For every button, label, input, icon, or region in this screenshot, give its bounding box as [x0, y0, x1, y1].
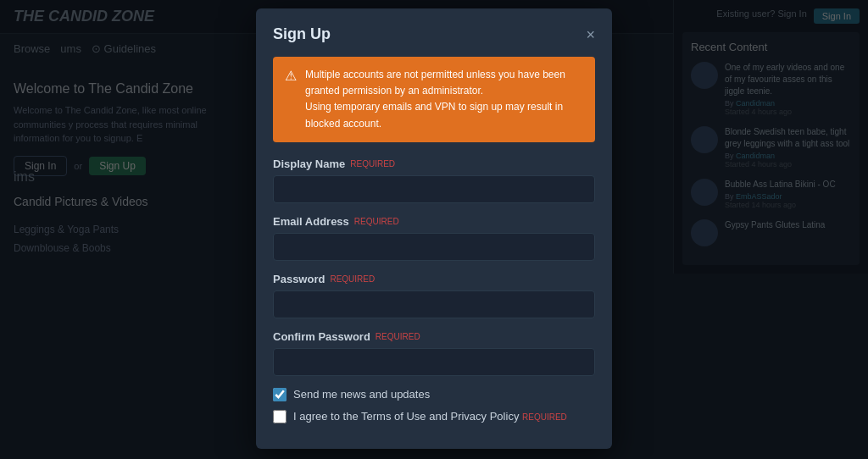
password-input[interactable] [273, 290, 595, 318]
terms-row: I agree to the Terms of Use and Privacy … [273, 410, 595, 423]
terms-required: REQUIRED [522, 412, 567, 422]
display-name-required: REQUIRED [350, 159, 395, 169]
email-label: Email Address REQUIRED [273, 215, 595, 228]
display-name-input[interactable] [273, 175, 595, 203]
confirm-password-input[interactable] [273, 348, 595, 376]
password-group: Password REQUIRED [273, 273, 595, 318]
newsletter-checkbox[interactable] [273, 388, 287, 401]
email-group: Email Address REQUIRED [273, 215, 595, 261]
confirm-password-required: REQUIRED [376, 332, 420, 341]
modal-close-button[interactable]: × [586, 27, 595, 42]
warning-box: ⚠ Multiple accounts are not permitted un… [273, 57, 595, 142]
confirm-password-label: Confirm Password REQUIRED [273, 330, 595, 343]
email-required: REQUIRED [354, 217, 399, 226]
warning-text: Multiple accounts are not permitted unle… [305, 67, 583, 132]
terms-label[interactable]: I agree to the Terms of Use and Privacy … [293, 410, 567, 423]
terms-checkbox[interactable] [273, 410, 287, 423]
password-required: REQUIRED [330, 274, 375, 284]
display-name-label: Display Name REQUIRED [273, 158, 595, 170]
newsletter-label[interactable]: Send me news and updates [293, 388, 430, 401]
display-name-group: Display Name REQUIRED [273, 158, 595, 203]
newsletter-row: Send me news and updates [273, 388, 595, 401]
email-input[interactable] [273, 233, 595, 261]
modal-header: Sign Up × [273, 25, 595, 43]
modal-title: Sign Up [273, 25, 331, 43]
password-label: Password REQUIRED [273, 273, 595, 285]
warning-icon: ⚠ [285, 68, 297, 84]
signup-modal: Sign Up × ⚠ Multiple accounts are not pe… [256, 8, 612, 449]
confirm-password-group: Confirm Password REQUIRED [273, 330, 595, 376]
